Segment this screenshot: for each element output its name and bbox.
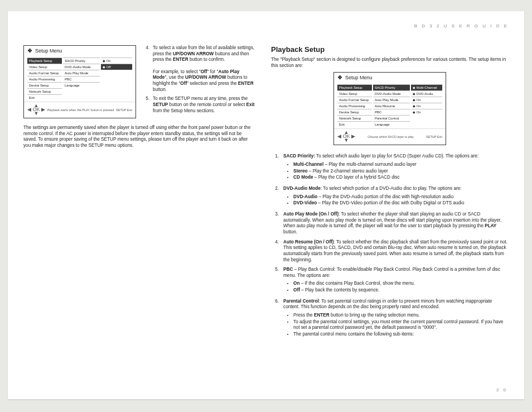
puzzle-icon [27, 48, 33, 54]
instruction-list: 4. To select a value from the list of av… [143, 45, 255, 117]
bullet-item: The parental control menu contains the f… [293, 332, 509, 338]
bullet-item: Off – Play back the contents by sequence… [293, 288, 509, 294]
setup-menu-title: Setup Menu [345, 75, 373, 80]
menu-cell: Exit [27, 94, 62, 100]
option-item: 5.PBC – Play Back Control: To enable/dis… [271, 267, 509, 295]
menu-cell: Parental Control [373, 115, 410, 121]
menu-value: ◆ Off [101, 64, 132, 70]
option-number: 1. [271, 154, 279, 182]
right-column: Playback Setup The "Playback Setup" sect… [271, 45, 509, 339]
left-column: Setup Menu Playback SetupVideo SetupAudi… [23, 45, 255, 339]
puzzle-icon [337, 75, 343, 80]
section-intro: The "Playback Setup" section is designed… [271, 57, 509, 69]
option-item: 2.DVD-Audio Mode: To select which portio… [271, 186, 509, 208]
menu-cell: SACD Priority [63, 58, 100, 64]
menu-cell: Playback Setup [337, 84, 372, 90]
menu-value: ◆ On [101, 58, 132, 64]
menu-cell: Device Setup [27, 82, 62, 88]
option-body: Auto Resume (On / Off): To select whethe… [283, 239, 509, 264]
bullet-item: DVD-Video – Play the DVD-Video portion o… [293, 200, 509, 207]
menu-cell: PBC [373, 109, 410, 115]
menu-cell: Audio Processing [27, 76, 62, 82]
settings-save-paragraph: The settings are permanently saved when … [23, 125, 255, 149]
menu-cell: Video Setup [27, 64, 62, 70]
menu-cell: Audio Processing [337, 103, 372, 109]
menu-cell: Network Setup [337, 115, 372, 121]
page-number: 2 0 [496, 387, 507, 392]
numbered-option-list: 1.SACD Priority: To select which audio l… [271, 154, 509, 338]
menu-cell: Auto Play Mode [63, 70, 100, 76]
bullet-item: On – If the disc contains Play Back Cont… [293, 281, 509, 287]
menu-cell: Exit [337, 121, 372, 127]
option-number: 3. [271, 212, 279, 236]
two-column-layout: Setup Menu Playback SetupVideo SetupAudi… [23, 45, 509, 339]
step-body: To exit the SETUP menu at any time, pres… [153, 96, 255, 114]
bullet-item: Multi-Channel – Play the multi-channel s… [293, 162, 509, 168]
step-number: 4. [143, 45, 149, 93]
menu-cell: Audio Format Setup [27, 70, 62, 76]
option-number: 4. [271, 239, 279, 264]
bullet-list: Multi-Channel – Play the multi-channel s… [283, 162, 509, 181]
setup-footer-exit: SETUP Exit [426, 135, 442, 138]
option-number: 5. [271, 267, 279, 295]
option-item: 4.Auto Resume (On / Off): To select whet… [271, 239, 509, 264]
dpad-icon: ▲◀ OK ▶▼ [337, 131, 355, 142]
menu-cell: Language [63, 82, 100, 88]
option-body: DVD-Audio Mode: To select which portion … [283, 186, 509, 208]
step-number: 5. [143, 96, 149, 114]
menu-cell: Audio Format Setup [337, 97, 372, 103]
option-item: 6.Parental Control: To set parental cont… [271, 299, 509, 339]
option-body: Parental Control: To set parental contro… [283, 299, 509, 339]
option-item: 1.SACD Priority: To select which audio l… [271, 154, 509, 182]
menu-value: ◆ On [411, 97, 442, 103]
menu-cell: Language [373, 121, 410, 127]
menu-value: ◆ On [411, 109, 442, 115]
bullet-list: Press the ENTER button to bring up the r… [283, 313, 509, 338]
bullet-list: On – If the disc contains Play Back Cont… [283, 281, 509, 293]
menu-cell: Device Setup [337, 109, 372, 115]
menu-cell: Auto Resume [373, 103, 410, 109]
setup-menu-screenshot-left: Setup Menu Playback SetupVideo SetupAudi… [23, 45, 136, 118]
option-item: 3.Auto Play Mode (On / Off): To select w… [271, 212, 509, 236]
option-body: SACD Priority: To select which audio lay… [283, 154, 509, 182]
option-number: 6. [271, 299, 279, 339]
menu-cell: Network Setup [27, 88, 62, 94]
bullet-list: DVD-Audio – Play the DVD-Audio portion o… [283, 194, 509, 207]
menu-value: ◆ DVD-Audio [411, 90, 442, 97]
dpad-icon: ▲◀ OK ▶▼ [27, 104, 45, 116]
menu-cell: PBC [63, 76, 100, 82]
page: B D 3 2 U S E R G U I D E Setup Menu Pla… [8, 11, 524, 399]
section-heading: Playback Setup [271, 45, 509, 54]
bullet-item: To adjust the parental control settings,… [293, 319, 509, 331]
menu-cell: Auto Play Mode [373, 97, 410, 103]
setup-footer-exit: SETUP Exit [116, 108, 132, 112]
menu-cell: DVD-Audio Mode [63, 64, 100, 70]
setup-menu-screenshot-right: Setup Menu Playback SetupVideo SetupAudi… [333, 72, 446, 145]
option-number: 2. [271, 186, 279, 208]
step-body: To select a value from the list of avail… [153, 45, 255, 93]
page-header: B D 3 2 U S E R G U I D E [23, 23, 509, 28]
menu-cell: Video Setup [337, 90, 372, 97]
menu-value: ◆ Multi-Channel [411, 84, 442, 90]
option-body: PBC – Play Back Control: To enable/disab… [283, 267, 509, 295]
menu-value: ◆ On [411, 103, 442, 109]
menu-cell: SACD Priority [373, 84, 410, 90]
bullet-item: DVD-Audio – Play the DVD-Audio portion o… [293, 194, 509, 200]
setup-footer-hint: Playback starts when the PLAY button is … [47, 108, 114, 112]
bullet-item: Press the ENTER button to bring up the r… [293, 313, 509, 319]
menu-cell: DVD-Audio Mode [373, 90, 410, 97]
setup-footer-hint: Choose which SACD layer to play [367, 135, 414, 138]
bullet-item: CD Mode – Play the CD layer of a hybrid … [293, 175, 509, 181]
option-body: Auto Play Mode (On / Off): To select whe… [283, 212, 509, 236]
setup-menu-title: Setup Menu [35, 48, 62, 54]
menu-cell: Playback Setup [27, 58, 62, 64]
bullet-item: Stereo – Play the 2-channel stereo audio… [293, 169, 509, 175]
